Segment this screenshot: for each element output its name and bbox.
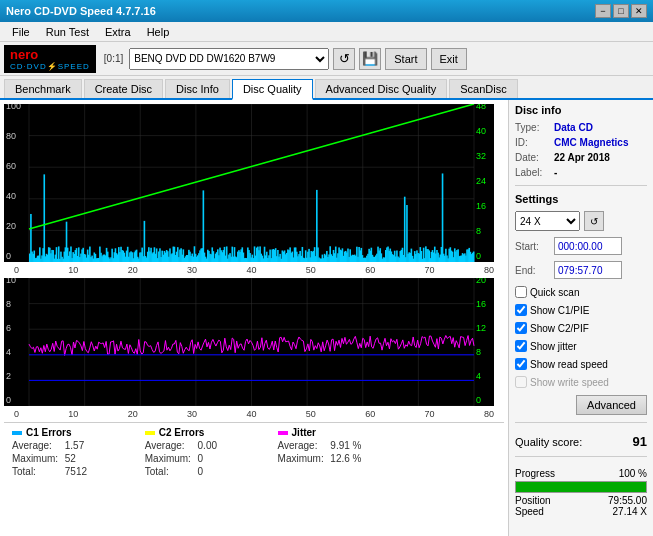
id-label: ID:: [515, 137, 550, 148]
menu-extra[interactable]: Extra: [97, 24, 139, 40]
end-time-label: End:: [515, 265, 550, 276]
jitter-max-value: 12.6 %: [330, 453, 380, 464]
c1-avg-label: Average:: [12, 440, 62, 451]
speed-row-prog: Speed 27.14 X: [515, 506, 647, 517]
show-write-speed-row: Show write speed: [515, 376, 647, 388]
divider-2: [515, 422, 647, 423]
label-label: Label:: [515, 167, 550, 178]
save-button[interactable]: 💾: [359, 48, 381, 70]
show-c1pie-label: Show C1/PIE: [530, 305, 589, 316]
show-read-speed-row: Show read speed: [515, 358, 647, 370]
window-controls: − □ ✕: [595, 4, 647, 18]
disc-info-title: Disc info: [515, 104, 647, 116]
drive-selector[interactable]: BENQ DVD DD DW1620 B7W9: [129, 48, 329, 70]
speed-label: Speed: [515, 506, 544, 517]
show-jitter-checkbox[interactable]: [515, 340, 527, 352]
show-c2pif-checkbox[interactable]: [515, 322, 527, 334]
end-time-input[interactable]: [554, 261, 622, 279]
c1-color-dot: [12, 431, 22, 435]
minimize-button[interactable]: −: [595, 4, 611, 18]
top-chart-wrapper: [4, 104, 504, 262]
type-value: Data CD: [554, 122, 593, 133]
show-read-speed-checkbox[interactable]: [515, 358, 527, 370]
tab-scandisc[interactable]: ScanDisc: [449, 79, 517, 98]
disc-date-row: Date: 22 Apr 2018: [515, 152, 647, 163]
tab-advanced-disc-quality[interactable]: Advanced Disc Quality: [315, 79, 448, 98]
quality-value: 91: [633, 434, 647, 449]
show-c2pif-row: Show C2/PIF: [515, 322, 647, 334]
c2-max-label: Maximum:: [145, 453, 195, 464]
advanced-button[interactable]: Advanced: [576, 395, 647, 415]
jitter-avg-label: Average:: [278, 440, 328, 451]
right-panel: Disc info Type: Data CD ID: CMC Magnetic…: [508, 100, 653, 536]
quick-scan-label: Quick scan: [530, 287, 579, 298]
start-time-row: Start:: [515, 237, 647, 255]
settings-title: Settings: [515, 193, 647, 205]
c2-max-value: 0: [198, 453, 248, 464]
label-value: -: [554, 167, 557, 178]
start-button[interactable]: Start: [385, 48, 426, 70]
drive-label: [0:1]: [104, 53, 123, 64]
tab-disc-quality[interactable]: Disc Quality: [232, 79, 313, 100]
toolbar: nero CD·DVD⚡SPEED [0:1] BENQ DVD DD DW16…: [0, 42, 653, 76]
c2-avg-label: Average:: [145, 440, 195, 451]
c1-total-value: 7512: [65, 466, 115, 477]
menu-bar: File Run Test Extra Help: [0, 22, 653, 42]
c2-total-label: Total:: [145, 466, 195, 477]
menu-run-test[interactable]: Run Test: [38, 24, 97, 40]
c2-total-value: 0: [198, 466, 248, 477]
top-chart: [4, 104, 494, 262]
chart-area: 01020 304050 607080 01020 304050 607080 …: [0, 100, 508, 536]
disc-type-row: Type: Data CD: [515, 122, 647, 133]
disc-id-row: ID: CMC Magnetics: [515, 137, 647, 148]
progress-value: 100 %: [619, 468, 647, 479]
maximize-button[interactable]: □: [613, 4, 629, 18]
bottom-chart: [4, 278, 494, 406]
settings-refresh-icon[interactable]: ↺: [584, 211, 604, 231]
menu-file[interactable]: File: [4, 24, 38, 40]
progress-section: Progress 100 % Position 79:55.00 Speed 2…: [515, 468, 647, 517]
tab-benchmark[interactable]: Benchmark: [4, 79, 82, 98]
title-bar: Nero CD-DVD Speed 4.7.7.16 − □ ✕: [0, 0, 653, 22]
exit-button[interactable]: Exit: [431, 48, 467, 70]
quick-scan-row: Quick scan: [515, 286, 647, 298]
show-write-speed-checkbox[interactable]: [515, 376, 527, 388]
menu-help[interactable]: Help: [139, 24, 178, 40]
show-c1pie-row: Show C1/PIE: [515, 304, 647, 316]
type-label: Type:: [515, 122, 550, 133]
legend-jitter: Jitter Average: 9.91 % Maximum: 12.6 %: [278, 427, 381, 477]
main-content: 01020 304050 607080 01020 304050 607080 …: [0, 100, 653, 536]
tab-create-disc[interactable]: Create Disc: [84, 79, 163, 98]
c1-max-label: Maximum:: [12, 453, 62, 464]
quick-scan-checkbox[interactable]: [515, 286, 527, 298]
top-chart-x-labels: 01020 304050 607080: [4, 264, 504, 276]
c1-total-label: Total:: [12, 466, 62, 477]
date-value: 22 Apr 2018: [554, 152, 610, 163]
logo-nero: nero: [10, 47, 90, 62]
app-logo: nero CD·DVD⚡SPEED: [4, 45, 96, 73]
divider-1: [515, 185, 647, 186]
start-time-input[interactable]: [554, 237, 622, 255]
refresh-button[interactable]: ↺: [333, 48, 355, 70]
c1-avg-value: 1.57: [65, 440, 115, 451]
show-read-speed-label: Show read speed: [530, 359, 608, 370]
jitter-avg-value: 9.91 %: [330, 440, 380, 451]
start-time-label: Start:: [515, 241, 550, 252]
close-button[interactable]: ✕: [631, 4, 647, 18]
speed-selector[interactable]: 24 X: [515, 211, 580, 231]
quality-score-row: Quality score: 91: [515, 434, 647, 449]
show-c1pie-checkbox[interactable]: [515, 304, 527, 316]
app-title: Nero CD-DVD Speed 4.7.7.16: [6, 5, 156, 17]
position-row: Position 79:55.00: [515, 495, 647, 506]
tab-bar: Benchmark Create Disc Disc Info Disc Qua…: [0, 76, 653, 100]
position-value: 79:55.00: [608, 495, 647, 506]
speed-row: 24 X ↺: [515, 211, 647, 231]
c1-label: C1 Errors: [26, 427, 72, 438]
progress-bar-fill: [516, 482, 646, 492]
date-label: Date:: [515, 152, 550, 163]
legend-area: C1 Errors Average: 1.57 Maximum: 52 Tota…: [4, 422, 504, 481]
legend-c1: C1 Errors Average: 1.57 Maximum: 52 Tota…: [12, 427, 115, 477]
tab-disc-info[interactable]: Disc Info: [165, 79, 230, 98]
jitter-color-dot: [278, 431, 288, 435]
c2-avg-value: 0.00: [198, 440, 248, 451]
